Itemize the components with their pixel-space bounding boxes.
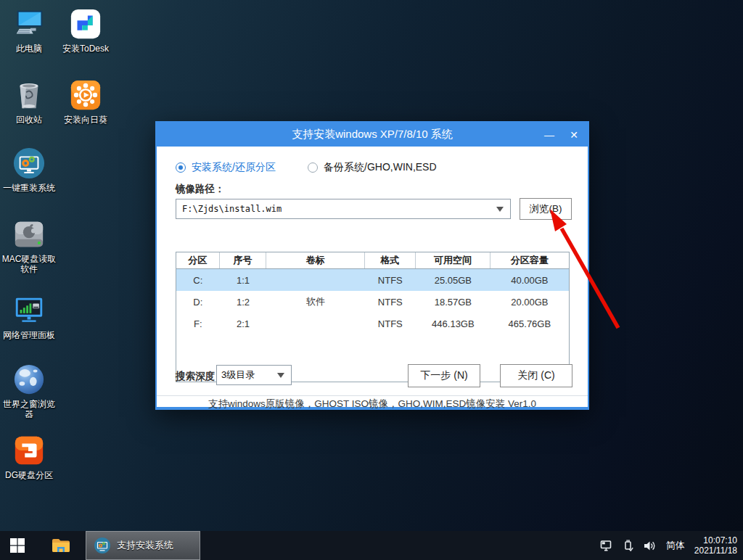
desktop-icon-mac-disk[interactable]: MAC硬盘读取软件 bbox=[0, 218, 58, 274]
cell-capacity: 40.00GB bbox=[490, 275, 569, 286]
cell-format: NTFS bbox=[365, 318, 416, 329]
file-explorer-button[interactable] bbox=[45, 531, 77, 560]
close-button[interactable]: 关闭 (C) bbox=[500, 364, 572, 387]
table-header-row: 分区 序号 卷标 格式 可用空间 分区容量 bbox=[176, 252, 569, 269]
window-title: 支持安装windows XP/7/8/10 系统 bbox=[292, 128, 453, 141]
window-controls: — ✕ bbox=[543, 123, 580, 147]
this-pc-icon bbox=[12, 7, 46, 41]
partition-table[interactable]: 分区 序号 卷标 格式 可用空间 分区容量 C: 1:1 NTFS 25.05G… bbox=[176, 252, 570, 382]
table-row[interactable]: C: 1:1 NTFS 25.05GB 40.00GB bbox=[176, 269, 569, 291]
cell-partition: C: bbox=[176, 275, 220, 286]
cell-index: 1:2 bbox=[220, 297, 267, 308]
radio-backup-label: 备份系统/GHO,WIN,ESD bbox=[324, 161, 437, 174]
mac-disk-icon bbox=[12, 218, 46, 251]
cell-capacity: 20.00GB bbox=[490, 297, 569, 308]
windows-logo-icon bbox=[9, 538, 25, 553]
table-row[interactable]: F: 2:1 NTFS 446.13GB 465.76GB bbox=[176, 313, 569, 334]
radio-install-restore[interactable]: 安装系统/还原分区 bbox=[176, 161, 276, 174]
dialog-body: 安装系统/还原分区 备份系统/GHO,WIN,ESD 镜像路径： F:\Zjds… bbox=[157, 147, 588, 407]
network-tray-icon[interactable] bbox=[600, 540, 614, 552]
browse-button[interactable]: 浏览(B) bbox=[520, 198, 572, 220]
clock-date: 2021/11/18 bbox=[694, 545, 737, 556]
cell-format: NTFS bbox=[365, 275, 416, 286]
desktop-icon-recycle-bin[interactable]: 回收站 bbox=[0, 78, 58, 125]
col-format: 格式 bbox=[365, 252, 416, 268]
desktop-icon-label: 一键重装系统 bbox=[3, 183, 55, 193]
desktop-icon-sunflower[interactable]: 安装向日葵 bbox=[57, 78, 115, 125]
cell-format: NTFS bbox=[365, 297, 416, 308]
desktop-icon-label: MAC硬盘读取软件 bbox=[0, 254, 58, 274]
cell-volume: 软件 bbox=[266, 295, 364, 308]
desktop-icon-this-pc[interactable]: 此电脑 bbox=[0, 7, 58, 54]
radio-backup[interactable]: 备份系统/GHO,WIN,ESD bbox=[308, 161, 437, 174]
col-index: 序号 bbox=[220, 252, 267, 268]
desktop-icon-network-panel[interactable]: 网络管理面板 bbox=[0, 294, 58, 340]
taskbar: 支持安装系统 bbox=[0, 531, 743, 560]
titlebar[interactable]: 支持安装windows XP/7/8/10 系统 — ✕ bbox=[157, 123, 588, 147]
chevron-down-icon[interactable] bbox=[277, 373, 284, 378]
image-path-value: F:\Zjds\install.wim bbox=[176, 204, 496, 214]
installer-window: 支持安装windows XP/7/8/10 系统 — ✕ 安装系统/还原分区 备… bbox=[155, 121, 589, 410]
image-path-combobox[interactable]: F:\Zjds\install.wim bbox=[176, 199, 511, 219]
search-depth-value: 3级目录 bbox=[217, 368, 277, 382]
desktop-icon-label: 网络管理面板 bbox=[3, 330, 55, 340]
desktop-icon-label: 安装ToDesk bbox=[62, 44, 109, 54]
clock-time: 10:07:10 bbox=[703, 535, 737, 545]
search-depth-label: 搜索深度 bbox=[176, 370, 215, 383]
reinstall-system-icon bbox=[12, 147, 46, 180]
cell-partition: F: bbox=[176, 318, 220, 329]
search-depth-select[interactable]: 3级目录 bbox=[216, 365, 292, 385]
cell-partition: D: bbox=[176, 297, 220, 308]
usb-tray-icon[interactable] bbox=[623, 539, 633, 552]
system-tray: 简体 10:07:10 2021/11/18 bbox=[600, 535, 743, 556]
start-button[interactable] bbox=[0, 531, 35, 560]
footer-text: 支持windows原版镜像，GHOST ISO镜像，GHO,WIM,ESD镜像安… bbox=[157, 398, 588, 411]
desktop-icon-label: 世界之窗浏览器 bbox=[0, 399, 58, 419]
radio-install-label: 安装系统/还原分区 bbox=[192, 161, 276, 174]
cell-free-space: 25.05GB bbox=[416, 275, 490, 286]
desktop-icon-reinstall[interactable]: 一键重装系统 bbox=[0, 147, 58, 193]
todesk-icon bbox=[69, 7, 102, 41]
footer-divider bbox=[157, 395, 588, 396]
installer-app-icon bbox=[94, 537, 111, 554]
col-free-space: 可用空间 bbox=[416, 252, 490, 268]
cell-free-space: 446.13GB bbox=[416, 318, 490, 329]
recycle-bin-icon bbox=[12, 78, 46, 112]
desktop-icon-label: 安装向日葵 bbox=[64, 115, 107, 125]
cell-free-space: 18.57GB bbox=[416, 297, 490, 308]
cell-index: 1:1 bbox=[220, 275, 267, 286]
desktop-icon-todesk[interactable]: 安装ToDesk bbox=[57, 7, 115, 54]
desktop-icon-label: 此电脑 bbox=[16, 44, 42, 54]
world-browser-icon bbox=[12, 363, 46, 396]
desktop-icon-label: 回收站 bbox=[16, 115, 42, 125]
col-capacity: 分区容量 bbox=[490, 252, 569, 268]
ime-indicator[interactable]: 简体 bbox=[666, 539, 685, 552]
network-panel-icon bbox=[12, 294, 46, 327]
cell-capacity: 465.76GB bbox=[490, 318, 569, 329]
chevron-down-icon[interactable] bbox=[496, 207, 504, 212]
desktop-icon-world-browser[interactable]: 世界之窗浏览器 bbox=[0, 363, 58, 419]
desktop-icon-dg-partition[interactable]: DG硬盘分区 bbox=[0, 434, 58, 480]
cell-index: 2:1 bbox=[220, 318, 267, 329]
col-volume: 卷标 bbox=[266, 252, 364, 268]
dg-partition-icon bbox=[12, 434, 46, 467]
radio-unselected-icon[interactable] bbox=[308, 162, 318, 173]
volume-tray-icon[interactable] bbox=[643, 540, 657, 552]
taskbar-app-label: 支持安装系统 bbox=[117, 539, 173, 552]
taskbar-app-installer[interactable]: 支持安装系统 bbox=[86, 531, 200, 560]
sunflower-icon bbox=[69, 78, 102, 112]
desktop: 此电脑 安装ToDesk 回收站 bbox=[0, 0, 743, 560]
folder-icon bbox=[52, 538, 70, 553]
close-window-button[interactable]: ✕ bbox=[567, 129, 580, 141]
image-path-label: 镜像路径： bbox=[176, 183, 225, 196]
col-partition: 分区 bbox=[176, 252, 220, 268]
minimize-button[interactable]: — bbox=[543, 129, 556, 141]
radio-selected-icon[interactable] bbox=[176, 162, 186, 173]
next-button[interactable]: 下一步 (N) bbox=[408, 364, 480, 387]
desktop-icon-label: DG硬盘分区 bbox=[5, 470, 53, 480]
taskbar-clock[interactable]: 10:07:10 2021/11/18 bbox=[694, 535, 737, 556]
table-row[interactable]: D: 1:2 软件 NTFS 18.57GB 20.00GB bbox=[176, 291, 569, 313]
